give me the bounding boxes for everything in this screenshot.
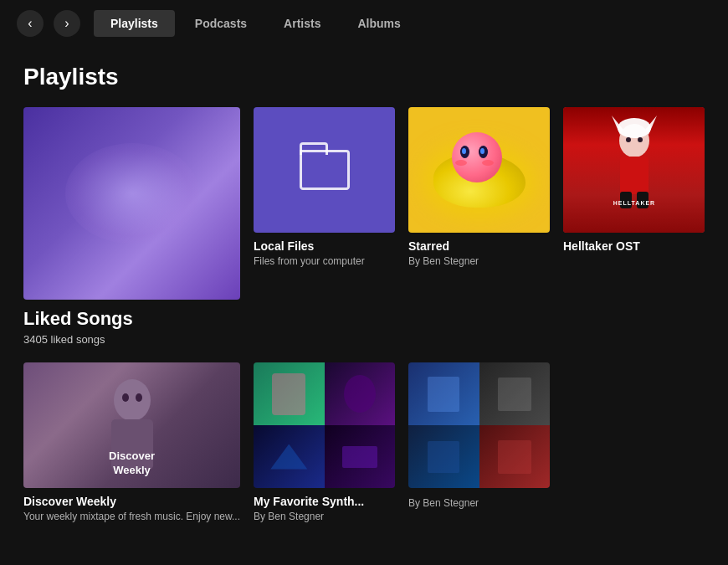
playlist-card-helltaker[interactable]: HELLTAKER Helltaker OST [563, 107, 705, 349]
discover-art: DiscoverWeekly [23, 362, 240, 488]
page-title: Playlists [23, 64, 705, 90]
playlist-grid: Liked Songs 3405 liked songs Local Files… [23, 107, 705, 526]
playlist-card-liked-songs[interactable]: Liked Songs 3405 liked songs [23, 107, 240, 349]
synth-subtitle: By Ben Stegner [254, 511, 395, 522]
back-icon: ‹ [28, 16, 32, 31]
synth-cell-2 [325, 362, 396, 425]
playlist-card-ben-stegner[interactable]: By Ben Stegner [408, 362, 550, 526]
nav-tabs: Playlists Podcasts Artists Albums [94, 10, 418, 37]
ben-cell-1 [408, 362, 479, 425]
tab-playlists[interactable]: Playlists [94, 10, 175, 37]
svg-rect-4 [620, 157, 649, 194]
synth-cell-4 [325, 425, 396, 488]
back-button[interactable]: ‹ [17, 10, 44, 37]
ben-cell-4 [479, 425, 551, 488]
playlist-card-starred[interactable]: Starred By Ben Stegner [408, 107, 550, 349]
discover-title: Discover Weekly [23, 495, 240, 508]
playlist-card-local-files[interactable]: Local Files Files from your computer [254, 107, 395, 349]
helltaker-title: Helltaker OST [563, 239, 705, 253]
discover-subtitle: Your weekly mixtape of fresh music. Enjo… [23, 511, 240, 522]
playlist-card-my-favorite-synth[interactable]: My Favorite Synth... By Ben Stegner [254, 362, 395, 526]
svg-point-12 [136, 393, 142, 402]
folder-icon [300, 150, 350, 190]
starred-title: Starred [408, 239, 550, 253]
svg-point-2 [626, 137, 631, 142]
svg-text:HELLTAKER: HELLTAKER [613, 200, 654, 206]
forward-icon: › [64, 16, 69, 31]
tab-podcasts[interactable]: Podcasts [178, 10, 264, 37]
nav-bar: ‹ › Playlists Podcasts Artists Albums [0, 0, 728, 47]
ben-art-grid [408, 362, 550, 488]
local-files-title: Local Files [254, 239, 395, 253]
svg-point-11 [122, 393, 129, 402]
ben-cell-3 [408, 425, 479, 488]
synth-cell-3 [254, 425, 324, 488]
liked-songs-count: 3405 liked songs [23, 333, 240, 346]
synth-art-grid [254, 362, 395, 488]
synth-title: My Favorite Synth... [254, 495, 395, 508]
starred-subtitle: By Ben Stegner [408, 255, 550, 267]
playlist-card-discover-weekly[interactable]: DiscoverWeekly Discover Weekly Your week… [23, 362, 240, 526]
forward-button[interactable]: › [54, 10, 80, 37]
svg-point-9 [114, 379, 151, 421]
synth-cell-1 [254, 362, 324, 425]
page-content: Playlists Liked Songs 3405 liked songs L… [0, 47, 728, 542]
svg-point-1 [618, 118, 651, 138]
tab-albums[interactable]: Albums [341, 10, 417, 37]
liked-songs-title: Liked Songs [23, 308, 240, 330]
ben-cell-2 [479, 362, 551, 425]
helltaker-image-icon: HELLTAKER [597, 111, 672, 212]
local-files-subtitle: Files from your computer [254, 255, 395, 267]
helltaker-art: HELLTAKER [563, 107, 705, 233]
svg-point-3 [638, 137, 643, 142]
ben-subtitle: By Ben Stegner [408, 497, 550, 509]
tab-artists[interactable]: Artists [267, 10, 337, 37]
